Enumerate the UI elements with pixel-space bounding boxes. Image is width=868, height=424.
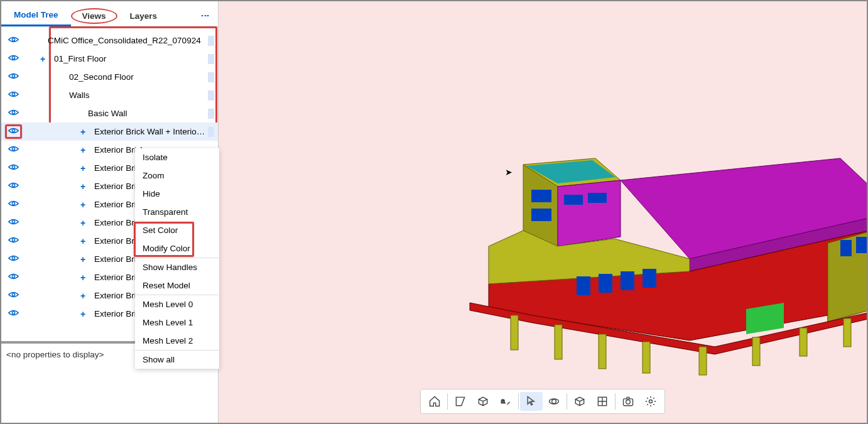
tree-row-basic-wall[interactable]: Basic Wall [1, 104, 218, 122]
expand-icon[interactable]: + [72, 163, 94, 173]
menu-mesh-2[interactable]: Mesh Level 2 [135, 332, 219, 350]
eye-icon[interactable] [8, 72, 19, 82]
menu-hide[interactable]: Hide [135, 185, 219, 203]
tree-row-first-floor[interactable]: + 01_First Floor [1, 50, 218, 68]
eye-icon[interactable] [8, 36, 19, 45]
expand-icon[interactable]: + [72, 200, 94, 210]
camera-button[interactable] [617, 392, 639, 411]
svg-point-15 [12, 312, 14, 314]
eye-icon[interactable] [8, 309, 19, 318]
eye-icon[interactable] [8, 291, 19, 300]
tree-row-exterior-brick[interactable]: + Exterior Brick Wall + Interior Drywall… [1, 122, 218, 141]
svg-rect-35 [856, 237, 867, 253]
expand-icon[interactable]: + [72, 218, 94, 228]
svg-rect-45 [800, 328, 807, 356]
svg-point-6 [12, 148, 14, 150]
menu-modify-color[interactable]: Modify Color [135, 239, 219, 258]
svg-text:a: a [501, 396, 506, 405]
eye-icon[interactable] [8, 90, 19, 100]
svg-rect-40 [555, 325, 562, 359]
box-button[interactable] [568, 392, 591, 411]
eye-icon[interactable] [8, 54, 19, 63]
expand-icon[interactable]: + [72, 291, 94, 301]
svg-rect-39 [511, 315, 518, 350]
text-button[interactable]: a [494, 392, 517, 411]
expand-icon[interactable]: + [72, 273, 94, 283]
svg-rect-25 [588, 193, 607, 203]
color-swatch[interactable] [208, 90, 214, 101]
tree-row-second-floor[interactable]: 02_Second Floor [1, 68, 218, 86]
svg-rect-22 [531, 209, 551, 221]
svg-point-11 [12, 239, 14, 241]
3d-viewport[interactable]: ➤ .r{stroke:#5a0000;stroke-width:1}.y{st… [219, 1, 867, 423]
eye-icon[interactable] [8, 273, 19, 282]
color-swatch[interactable] [208, 54, 214, 64]
svg-rect-30 [577, 276, 590, 295]
expand-icon[interactable]: + [72, 145, 94, 155]
cube-view-button[interactable] [472, 392, 494, 411]
svg-point-5 [12, 129, 14, 132]
svg-rect-46 [844, 318, 851, 347]
svg-point-49 [552, 400, 556, 404]
tab-views[interactable]: Views [71, 8, 117, 24]
svg-point-1 [12, 57, 14, 59]
no-properties-text: <no properties to display> [6, 350, 104, 359]
svg-point-0 [12, 38, 14, 41]
tab-layers[interactable]: Layers [117, 6, 170, 26]
color-swatch[interactable] [208, 36, 214, 46]
color-swatch[interactable] [208, 109, 214, 119]
select-button[interactable] [520, 392, 543, 411]
svg-point-9 [12, 202, 14, 205]
settings-button[interactable] [639, 392, 662, 411]
eye-icon[interactable] [8, 127, 19, 136]
tab-model-tree[interactable]: Model Tree [1, 5, 71, 26]
menu-reset-model[interactable]: Reset Model [135, 276, 219, 295]
expand-icon[interactable]: + [72, 182, 94, 192]
expand-icon[interactable]: + [72, 254, 94, 264]
eye-icon[interactable] [8, 254, 19, 264]
menu-show-handles[interactable]: Show Handles [135, 258, 219, 276]
eye-icon[interactable] [8, 109, 19, 118]
expand-icon[interactable]: + [72, 127, 94, 137]
tree-label: CMiC Office_Consolidated_R22_070924 [48, 36, 208, 45]
svg-marker-23 [558, 180, 621, 246]
svg-rect-42 [643, 342, 650, 373]
eye-icon[interactable] [8, 200, 19, 209]
tree-row-walls[interactable]: Walls [1, 86, 218, 104]
tree-label: Walls [25, 90, 208, 100]
viewer-toolbar: a [420, 389, 665, 414]
svg-point-8 [12, 184, 14, 187]
orbit-button[interactable] [543, 392, 565, 411]
svg-point-13 [12, 275, 14, 278]
svg-rect-44 [752, 337, 760, 366]
eye-icon[interactable] [8, 236, 19, 246]
eye-icon[interactable] [8, 163, 19, 173]
tree-label: Basic Wall [25, 109, 208, 118]
tree-label: 01_First Floor [54, 54, 208, 63]
more-vertical-icon[interactable]: ⋮ [193, 6, 218, 25]
svg-point-53 [626, 400, 631, 405]
tree-row-root[interactable]: CMiC Office_Consolidated_R22_070924 [1, 31, 218, 50]
section-plane-button[interactable] [449, 392, 472, 411]
svg-point-54 [649, 400, 653, 403]
home-button[interactable] [423, 392, 446, 411]
menu-transparent[interactable]: Transparent [135, 203, 219, 221]
eye-highlight [5, 124, 22, 139]
context-menu: Isolate Zoom Hide Transparent Set Color … [135, 148, 219, 369]
menu-zoom[interactable]: Zoom [135, 166, 219, 185]
menu-mesh-1[interactable]: Mesh Level 1 [135, 313, 219, 332]
menu-set-color[interactable]: Set Color [135, 221, 219, 239]
menu-isolate[interactable]: Isolate [135, 148, 219, 166]
eye-icon[interactable] [8, 182, 19, 191]
expand-icon[interactable]: + [31, 54, 54, 64]
eye-icon[interactable] [8, 145, 19, 155]
expand-icon[interactable]: + [72, 309, 94, 319]
color-swatch[interactable] [208, 127, 214, 137]
svg-rect-24 [564, 195, 583, 205]
color-swatch[interactable] [208, 72, 214, 82]
menu-mesh-0[interactable]: Mesh Level 0 [135, 295, 219, 313]
menu-show-all[interactable]: Show all [135, 351, 219, 369]
grid-button[interactable] [591, 392, 614, 411]
eye-icon[interactable] [8, 218, 19, 227]
expand-icon[interactable]: + [72, 236, 94, 246]
